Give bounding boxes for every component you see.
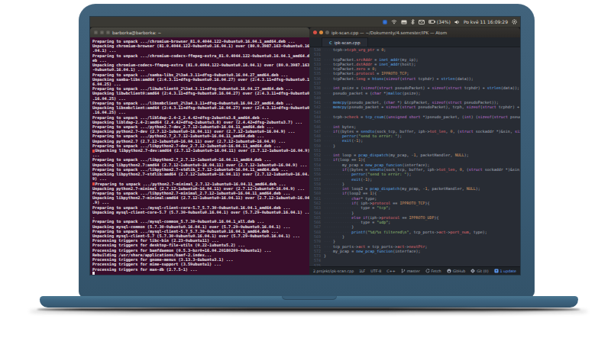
laptop-lid: (34%)Po kvě 11 16:09:29 barborka@barbork…: [79, 4, 535, 298]
minimize-icon[interactable]: [319, 31, 323, 34]
code-line: 542····memcpy(pseudo_packet + sizeof(str…: [309, 105, 520, 109]
sync-icon: [425, 269, 430, 273]
terminal-titlebar[interactable]: barborka@barborka: ~: [90, 27, 309, 37]
code-text: ····tcpPacket.leng = htons(sizeof(struct…: [324, 76, 474, 81]
atom-window[interactable]: ipk-scan.cpp — ~/Dokumenty/4.semester/IP…: [309, 27, 520, 275]
terminal-body[interactable]: Preparing to unpack .../chromium-browser…: [90, 37, 309, 275]
screen: (34%)Po kvě 11 16:09:29 barborka@barbork…: [89, 16, 521, 275]
code-line: 544····tcph->check = tcp_csum((unsigned …: [309, 114, 520, 119]
close-icon[interactable]: [313, 31, 317, 34]
code-text: ····memcpy(pseudo_packet + sizeof(struct…: [324, 105, 520, 109]
status-fetch[interactable]: Fetch: [425, 269, 441, 273]
maximize-icon[interactable]: [325, 31, 329, 34]
status-file-path[interactable]: 2.projekt/ipk-scan.cpp: [313, 269, 354, 273]
laptop-lid-notch: [282, 296, 337, 300]
laptop-mockup: (34%)Po kvě 11 16:09:29 barborka@barbork…: [0, 0, 611, 364]
update-icon: [494, 269, 499, 273]
indicator-icon[interactable]: [383, 20, 387, 24]
gear-icon[interactable]: [512, 19, 517, 24]
bluetooth-icon[interactable]: [411, 19, 415, 24]
tab-ipk-scan-cpp[interactable]: C ipk-scan.cpp: [322, 37, 368, 47]
status-git-0-[interactable]: Git (0): [470, 269, 488, 273]
c-file-icon: C: [329, 40, 332, 45]
git-icon: [470, 269, 475, 273]
terminal-prompt-line[interactable]: [92, 272, 309, 275]
status-master[interactable]: master: [401, 269, 420, 273]
terminal-cursor: [92, 272, 95, 275]
status-1-update[interactable]: 1 update: [494, 269, 516, 273]
code-text: ····tcph->tcph_urg_ptr = 0;: [324, 47, 386, 52]
code-text: ············printf("%d/%s filtered\n", t…: [324, 230, 487, 234]
desktop-windows: barborka@barborka: ~ Preparing to unpack…: [90, 27, 520, 275]
atom-titlebar[interactable]: ipk-scan.cpp — ~/Dokumenty/4.semester/IP…: [309, 27, 520, 37]
code-editor[interactable]: 530····tcph->tcph_urg_ptr = 0;531 532···…: [309, 47, 520, 266]
scroll-marker-icon: [92, 182, 95, 185]
network-wifi-icon[interactable]: [391, 19, 397, 24]
github-icon: [447, 269, 451, 273]
clock-label[interactable]: Po kvě 11 16:09:29: [464, 20, 508, 24]
close-icon[interactable]: [94, 31, 98, 34]
tab-bar: C ipk-scan.cpp: [309, 37, 520, 47]
status-bar: 2.projekt/ipk-scan.cpp 1:1 LFUTF-8C++mas…: [309, 266, 520, 275]
tab-label: ipk-scan.cpp: [335, 40, 360, 45]
code-text: ····tcph->check = tcp_csum((unsigned sho…: [324, 114, 520, 119]
terminal-title: barborka@barborka: ~: [112, 31, 161, 35]
minimize-icon[interactable]: [100, 31, 104, 34]
status-lf[interactable]: LF: [361, 269, 365, 273]
laptop-shadow: [29, 310, 588, 313]
status-github[interactable]: GitHub: [447, 269, 466, 273]
scroll-marker-icon: [92, 150, 95, 153]
laptop-base: [40, 296, 578, 308]
branch-icon: [401, 269, 406, 273]
top-panel: (34%)Po kvě 11 16:09:29: [90, 17, 520, 27]
volume-icon[interactable]: [454, 20, 460, 24]
status-utf-8[interactable]: UTF-8: [370, 269, 381, 273]
code-text: ····pseudo_packet = (char *)malloc(psize…: [324, 91, 420, 95]
keyboard-icon[interactable]: [401, 20, 407, 24]
code-text: ····my_pcap = new_pcap_funcion(interface…: [324, 249, 420, 253]
mail-icon[interactable]: [419, 20, 425, 24]
battery-icon[interactable]: (34%): [428, 20, 451, 24]
status-c-[interactable]: C++: [386, 269, 395, 273]
atom-title: ipk-scan.cpp — ~/Dokumenty/4.semester/IP…: [331, 31, 447, 35]
maximize-icon[interactable]: [106, 31, 110, 34]
terminal-window[interactable]: barborka@barborka: ~ Preparing to unpack…: [90, 27, 309, 275]
